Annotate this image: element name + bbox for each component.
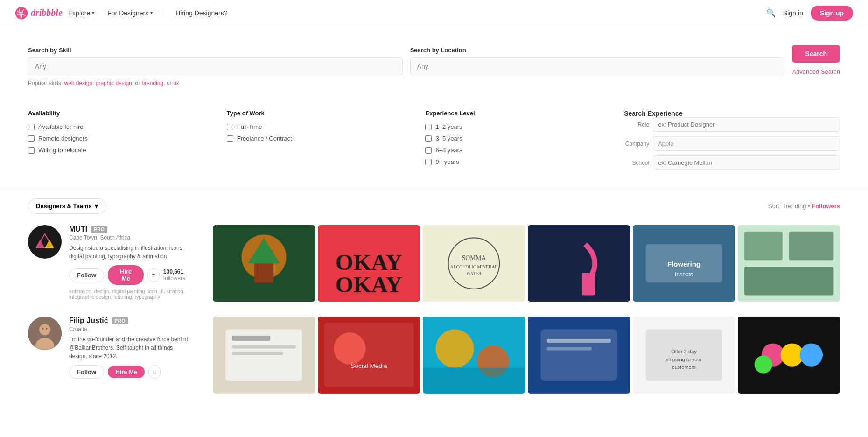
advanced-search-link[interactable]: Advanced Search	[792, 68, 840, 75]
nav-hiring[interactable]: Hiring Designers?	[170, 6, 233, 21]
company-input[interactable]	[653, 136, 840, 151]
portfolio-thumb[interactable]: OKAY OKAY	[318, 225, 420, 302]
chevron-down-icon: ▾	[150, 10, 153, 15]
skill-graphicdesign[interactable]: graphic design	[96, 80, 132, 86]
type-of-work-filter: Type of Work Full-Time Freelance / Contr…	[227, 110, 407, 175]
search-button[interactable]: Search	[792, 45, 840, 63]
filter-relocate[interactable]: Willing to relocate	[28, 147, 208, 154]
filter-exp-6-8[interactable]: 6–8 years	[425, 147, 605, 154]
available-hire-label: Available for hire	[38, 123, 84, 130]
checkbox-available-hire[interactable]	[28, 124, 35, 130]
checkbox-exp-3-5[interactable]	[425, 135, 432, 142]
checkbox-exp-6-8[interactable]	[425, 147, 432, 154]
designer-details: Filip Justić PRO Croatia I'm the co-foun…	[69, 317, 205, 382]
logo-text: dribbble	[31, 7, 63, 18]
checkbox-remote[interactable]	[28, 135, 35, 142]
chevron-down-icon: ▾	[95, 203, 98, 210]
followers-count: 130,661 followers	[163, 268, 205, 282]
chevron-down-icon: ▾	[92, 10, 94, 15]
logo[interactable]: dribbble	[15, 7, 63, 20]
filter-available-hire[interactable]: Available for hire	[28, 123, 208, 130]
availability-filter: Availability Available for hire Remote d…	[28, 110, 208, 175]
svg-marker-3	[45, 240, 54, 248]
signup-button[interactable]: Sign up	[811, 6, 853, 21]
svg-text:shipping to your: shipping to your	[666, 357, 702, 362]
skill-input[interactable]	[28, 57, 403, 75]
navbar: dribbble Explore ▾ For Designers ▾ Hirin…	[0, 0, 868, 26]
portfolio-thumb[interactable]	[213, 317, 315, 393]
svg-rect-26	[744, 267, 834, 296]
filter-exp-3-5[interactable]: 3–5 years	[425, 135, 605, 142]
nav-links: Explore ▾ For Designers ▾ Hiring Designe…	[63, 6, 233, 21]
search-experience-title: Search Experience	[624, 110, 840, 117]
designer-name: Filip Justić	[69, 317, 108, 325]
freelance-label: Freelance / Contract	[237, 135, 292, 142]
nav-explore[interactable]: Explore ▾	[63, 6, 100, 21]
checkbox-relocate[interactable]	[28, 147, 35, 154]
follow-button[interactable]: Follow	[69, 365, 104, 379]
svg-point-31	[46, 328, 48, 330]
hire-button[interactable]: Hire Me	[108, 366, 145, 378]
svg-text:customers: customers	[672, 364, 696, 370]
signin-link[interactable]: Sign in	[783, 9, 803, 17]
exp-9plus-label: 9+ years	[435, 158, 459, 165]
school-input-row: School	[624, 155, 840, 170]
nav-for-designers[interactable]: For Designers ▾	[102, 6, 158, 21]
portfolio-grid: Social Media	[213, 317, 840, 393]
designer-location: Cape Town, South Africa	[69, 234, 205, 241]
svg-point-39	[334, 332, 365, 364]
svg-text:WATER: WATER	[467, 271, 482, 276]
designer-details: MUTI PRO Cape Town, South Africa Design …	[69, 225, 205, 300]
role-label: Role	[624, 121, 649, 128]
svg-point-58	[755, 356, 772, 374]
role-input-row: Role	[624, 117, 840, 132]
portfolio-thumb[interactable]	[738, 317, 840, 393]
checkbox-freelance[interactable]	[227, 135, 233, 142]
checkbox-exp-1-2[interactable]	[425, 124, 432, 130]
portfolio-thumb[interactable]	[738, 225, 840, 302]
portfolio-thumb[interactable]: Social Media	[318, 317, 420, 393]
filters-section: Availability Available for hire Remote d…	[0, 100, 868, 189]
svg-text:OKAY: OKAY	[336, 272, 402, 297]
follow-button[interactable]: Follow	[69, 268, 104, 282]
popular-skills: Popular skills: web design, graphic desi…	[28, 80, 840, 86]
pro-badge: PRO	[112, 317, 128, 324]
skill-ux[interactable]: ux	[173, 80, 179, 86]
search-section: Search by Skill Search by Location Searc…	[0, 26, 868, 100]
filter-exp-1-2[interactable]: 1–2 years	[425, 123, 605, 130]
portfolio-thumb[interactable]	[213, 225, 315, 302]
portfolio-thumb[interactable]: Flowering Insects	[633, 225, 735, 302]
portfolio-thumb[interactable]	[528, 225, 630, 302]
portfolio-thumb[interactable]	[423, 317, 525, 393]
filter-remote[interactable]: Remote designers	[28, 135, 208, 142]
portfolio-thumb[interactable]: Offer 2-day shipping to your customers	[633, 317, 735, 393]
designer-tags: animation, design, digital painting, ico…	[69, 289, 190, 300]
school-input[interactable]	[653, 155, 840, 170]
designer-name: MUTI	[69, 225, 87, 233]
skill-field: Search by Skill	[28, 47, 403, 75]
availability-title: Availability	[28, 110, 208, 117]
svg-rect-46	[540, 330, 617, 381]
filter-exp-9plus[interactable]: 9+ years	[425, 158, 605, 165]
sort-followers-link[interactable]: Followers	[812, 203, 840, 210]
filter-fulltime[interactable]: Full-Time	[227, 123, 407, 130]
role-input[interactable]	[653, 117, 840, 132]
list-button[interactable]: ≡	[148, 365, 161, 379]
list-button[interactable]: ≡	[147, 268, 160, 282]
designers-teams-dropdown[interactable]: Designers & Teams ▾	[28, 198, 106, 214]
search-icon[interactable]: 🔍	[766, 8, 776, 17]
location-label: Search by Location	[410, 47, 785, 54]
nav-right: 🔍 Sign in Sign up	[766, 6, 853, 21]
hire-button[interactable]: Hire Me	[108, 265, 144, 285]
designer-actions: Follow Hire Me ≡ 130,661 followers	[69, 265, 205, 285]
portfolio-thumb[interactable]: SOMMA ALCOHOLIC MINERAL WATER	[423, 225, 525, 302]
checkbox-fulltime[interactable]	[227, 124, 233, 130]
checkbox-exp-9plus[interactable]	[425, 159, 432, 165]
designer-bio: I'm the co-founder and the creative forc…	[69, 335, 190, 360]
portfolio-thumb[interactable]	[528, 317, 630, 393]
skill-branding[interactable]: branding	[142, 80, 164, 86]
location-input[interactable]	[410, 57, 785, 75]
svg-rect-35	[232, 345, 296, 349]
filter-freelance[interactable]: Freelance / Contract	[227, 135, 407, 142]
skill-webdesign[interactable]: web design	[64, 80, 92, 86]
